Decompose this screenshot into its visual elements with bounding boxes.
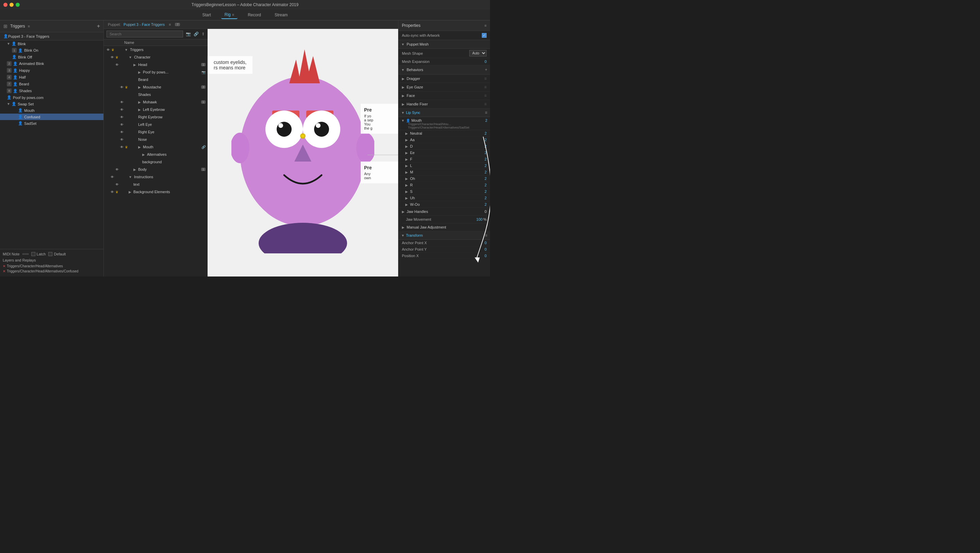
jaw-movement-value[interactable]: 100 [476, 217, 482, 221]
latch-box [31, 252, 35, 256]
phoneme-row-ee[interactable]: ▶ Ee 2 [398, 149, 490, 156]
anchor-y-value[interactable]: 0 [485, 247, 487, 251]
face-menu-icon[interactable]: ≡ [484, 93, 487, 98]
trigger-num-4: 4 [7, 75, 11, 79]
layer-row-background[interactable]: background [104, 158, 208, 165]
dragger-menu-icon[interactable]: ≡ [484, 76, 487, 81]
phoneme-row-s[interactable]: ▶ S 2 [398, 188, 490, 195]
latch-checkbox[interactable]: Latch [31, 252, 46, 256]
layer-row-mohawk[interactable]: 👁 ▶ Mohawk 1 [104, 98, 208, 106]
arrow-icon-mohawk: ▶ [138, 100, 141, 104]
trigger-blink-on[interactable]: 1 👤 Blink On [0, 47, 103, 54]
mesh-expansion-value[interactable]: 0 [476, 59, 487, 64]
eyegaze-menu-icon[interactable]: ≡ [484, 85, 487, 89]
trigger-animated-blink[interactable]: 2 👤 Animated Blink [0, 60, 103, 67]
phoneme-row-l[interactable]: ▶ L 2 [398, 162, 490, 169]
triggers-menu-icon[interactable]: ≡ [28, 24, 30, 28]
moustache-count: 3 [201, 85, 205, 89]
mouth-row[interactable]: ▼ 👤 Mouth 2 [401, 118, 487, 122]
behavior-eyegaze[interactable]: ▶ Eye Gaze ≡ [398, 83, 490, 92]
trigger-confused[interactable]: 👤 Confused [0, 114, 103, 120]
phoneme-row-aa[interactable]: ▶ Aa 2 [398, 137, 490, 143]
search-input[interactable] [107, 30, 183, 37]
layer-row-right-eyebrow[interactable]: 👁 Right Eyebrow [104, 113, 208, 121]
arrow-icon-moustache: ▶ [138, 85, 141, 89]
layer-row-mouth[interactable]: 👁 ♛ ▶ Mouth 🔗 [104, 143, 208, 151]
transform-menu-icon[interactable]: ≡ [485, 233, 487, 238]
layer-name-nose: Nose [138, 137, 205, 141]
body-count: 1 [201, 168, 205, 171]
name-column-header: Name [124, 40, 134, 44]
behavior-handle-fixer[interactable]: ▶ Handle Fixer ≡ [398, 100, 490, 108]
behavior-face[interactable]: ▶ Face ≡ [398, 92, 490, 100]
lip-sync-header[interactable]: ▼ Lip Sync ≡ [398, 108, 490, 117]
anchor-x-value[interactable]: 0 [485, 241, 487, 245]
layer-row-body[interactable]: 👁 ▶ Body 1 [104, 165, 208, 173]
menu-rig[interactable]: Rig ≡ [221, 11, 237, 19]
phoneme-row-oh[interactable]: ▶ Oh 2 [398, 175, 490, 182]
layer-row-instructions[interactable]: 👁 ▼ Instructions [104, 173, 208, 181]
trigger-blink[interactable]: ▼ 👤 Blink [0, 40, 103, 47]
trigger-poof[interactable]: 👤 Poof by pows.com [0, 94, 103, 101]
chevron-down-icon-lipsync: ▼ [401, 111, 404, 114]
layer-row-right-eye[interactable]: 👁 Right Eye [104, 128, 208, 136]
layer-row-left-eyebrow[interactable]: 👁 ▶ Left Eyebrow [104, 106, 208, 113]
lip-sync-menu-icon[interactable]: ≡ [485, 110, 487, 115]
close-button[interactable] [3, 3, 8, 7]
add-behavior-button[interactable]: + [485, 67, 487, 72]
trigger-sadset[interactable]: 👤 SadSet [0, 120, 103, 127]
layer-row-moustache[interactable]: 👁 ♛ ▶ Moustache 3 [104, 83, 208, 91]
jaw-handles-row[interactable]: ▶ Jaw Handles 0 [402, 208, 487, 216]
layer-row-nose[interactable]: 👁 Nose [104, 136, 208, 143]
phoneme-row-w-oo[interactable]: ▶ W-Oo 2 [398, 201, 490, 208]
layer-row-poof[interactable]: ▶ Poof by pows... 📷 [104, 68, 208, 76]
phoneme-row-f[interactable]: ▶ F 2 [398, 156, 490, 162]
trigger-happy[interactable]: 3 👤 Happy [0, 67, 103, 74]
layer-path-2: Triggers/Character/Head/Alternatives/Con… [7, 269, 78, 273]
phoneme-row-uh[interactable]: ▶ Uh 2 [398, 195, 490, 201]
trigger-shades[interactable]: 8 👤 Shades [0, 87, 103, 94]
phoneme-row-m[interactable]: ▶ M 2 [398, 169, 490, 175]
transform-header[interactable]: ▼ Transform ≡ [398, 231, 490, 240]
trigger-swap-set[interactable]: ▼ 👤 Swap Set [0, 101, 103, 107]
maximize-button[interactable] [16, 3, 20, 7]
behavior-dragger[interactable]: ▶ Dragger ≡ [398, 75, 490, 83]
layer-row-character[interactable]: 👁 ♛ ▼ Character [104, 53, 208, 61]
minimize-button[interactable] [10, 3, 14, 7]
person-icon-blink-off: 👤 [12, 55, 17, 59]
handle-fixer-menu-icon[interactable]: ≡ [484, 102, 487, 106]
triggers-panel-header: ⊞ Triggers ≡ + [0, 21, 103, 32]
layer-row-text[interactable]: 👁 text [104, 181, 208, 188]
phoneme-row-neutral[interactable]: ▶ Neutral 2 [398, 130, 490, 137]
default-checkbox[interactable]: Default [48, 252, 66, 256]
traffic-lights[interactable] [3, 3, 20, 7]
layer-row-beard[interactable]: Beard [104, 76, 208, 83]
puppet-menu-icon[interactable]: ≡ [169, 22, 171, 27]
trigger-beard[interactable]: 7 👤 Beard [0, 81, 103, 87]
section-puppet-mesh[interactable]: ▼ Puppet Mesh [398, 40, 490, 49]
layer-row-alternatives[interactable]: ▶ Alternatives [104, 151, 208, 158]
menu-stream[interactable]: Stream [271, 11, 291, 19]
menu-start[interactable]: Start [199, 11, 214, 19]
trigger-mouth[interactable]: 👤 Mouth [0, 107, 103, 114]
layer-row-head[interactable]: 👁 ▶ Head 1 [104, 61, 208, 68]
layer-row-bg-elements[interactable]: 👁 ♛ ▶ Background Elements [104, 188, 208, 195]
menu-record[interactable]: Record [244, 11, 264, 19]
canvas-content: custom eyelids, rs means more [208, 29, 398, 276]
phoneme-row-d[interactable]: ▶ D 2 [398, 143, 490, 149]
position-x-value[interactable]: 0 [485, 254, 487, 258]
mesh-shape-select[interactable]: Auto [469, 50, 487, 56]
trigger-blink-off[interactable]: 👤 Blink Off [0, 54, 103, 60]
layer-row-left-eye[interactable]: 👁 Left Eye [104, 121, 208, 128]
auto-sync-label: Auto-sync with Artwork [402, 33, 440, 37]
trigger-half[interactable]: 4 👤 Half [0, 74, 103, 81]
puppet-panel-name[interactable]: Puppet 3 - Face Triggers [124, 22, 165, 27]
layer-row-triggers[interactable]: 👁 ♛ ▼ Triggers [104, 46, 208, 53]
triggers-add-button[interactable]: + [97, 23, 100, 29]
section-behaviors[interactable]: ▼ Behaviors + [398, 65, 490, 75]
phoneme-row-r[interactable]: ▶ R 2 [398, 182, 490, 188]
props-menu-icon[interactable]: ≡ [485, 24, 487, 27]
layer-row-shades[interactable]: Shades [104, 91, 208, 98]
manual-jaw-row[interactable]: ▶ Manual Jaw Adjustment [402, 224, 487, 231]
auto-sync-checkbox[interactable]: ✓ [482, 33, 487, 38]
